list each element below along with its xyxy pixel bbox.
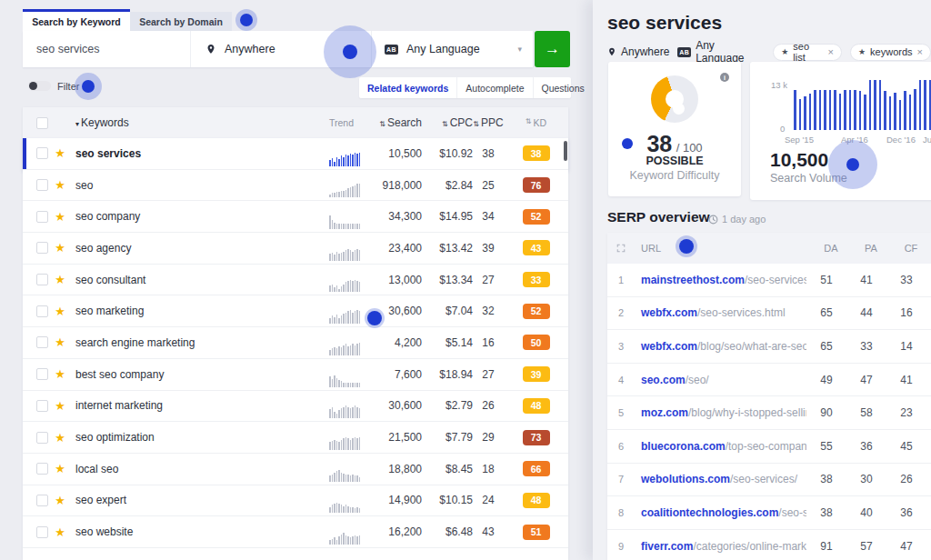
row-checkbox[interactable] <box>36 147 48 159</box>
keyword-cell[interactable]: seo company <box>72 210 326 223</box>
table-row[interactable]: ★seo918,000$2.842576 <box>23 170 568 202</box>
language-select[interactable]: AB Any Language ▾ <box>372 31 533 67</box>
search-volume-cell: 16,200 <box>372 525 422 538</box>
location-pin-icon <box>607 46 616 57</box>
favorite-star-icon[interactable]: ★ <box>48 241 72 255</box>
header-kd[interactable]: ⇅KD <box>504 117 568 128</box>
volume-bar <box>879 80 882 130</box>
serp-link[interactable]: webfx.com/blog/seo/what-are-seo-s... <box>635 340 806 353</box>
row-checkbox[interactable] <box>36 242 48 254</box>
caret-down-icon: ▾ <box>75 120 79 128</box>
sparkline-bar <box>336 441 338 450</box>
row-checkbox[interactable] <box>36 305 48 317</box>
keyword-cell[interactable]: seo agency <box>72 242 326 255</box>
mode-related-keywords[interactable]: Related keywords <box>359 77 456 98</box>
table-row[interactable]: ★seo optimization21,500$7.792973 <box>23 422 568 454</box>
row-checkbox[interactable] <box>36 526 48 538</box>
header-keywords[interactable]: ▾Keywords <box>72 116 326 129</box>
kd-badge: 52 <box>523 304 550 319</box>
table-row[interactable]: ★local seo18,800$8.451866 <box>23 454 568 485</box>
mode-questions[interactable]: Questions <box>533 77 593 98</box>
serp-link[interactable]: moz.com/blog/why-i-stopped-selling-... <box>635 406 806 419</box>
table-row[interactable]: ★seo website16,200$6.484351 <box>23 516 568 548</box>
tab-search-by-domain[interactable]: Search by Domain <box>130 12 232 31</box>
expand-icon[interactable] <box>607 244 635 253</box>
favorite-star-icon[interactable]: ★ <box>48 305 72 318</box>
row-checkbox[interactable] <box>36 179 48 191</box>
table-row[interactable]: ★seo marketing30,600$7.043252 <box>23 295 568 327</box>
row-checkbox[interactable] <box>36 432 48 444</box>
keyword-cell[interactable]: seo consultant <box>72 274 326 286</box>
tag-chip-seo-list[interactable]: ★ seo list × <box>773 44 842 61</box>
row-checkbox[interactable] <box>36 400 48 412</box>
table-row[interactable]: ★seo expert14,900$10.152448 <box>23 485 568 517</box>
table-row[interactable]: ★seo agency23,400$13.423943 <box>23 233 568 265</box>
row-checkbox[interactable] <box>36 211 48 223</box>
row-checkbox[interactable] <box>36 274 48 285</box>
ppc-cell: 34 <box>473 210 504 223</box>
keyword-cell[interactable]: seo optimization <box>72 431 326 444</box>
serp-link[interactable]: fiverr.com/categories/online-marketi... <box>635 540 806 553</box>
favorite-star-icon[interactable]: ★ <box>48 399 72 413</box>
scrollbar-thumb[interactable] <box>564 141 567 161</box>
keyword-input[interactable] <box>23 43 190 55</box>
serp-link[interactable]: bluecorona.com/top-seo-company/ <box>635 440 806 453</box>
kd-cell: 38 <box>504 145 568 161</box>
keyword-cell[interactable]: internet marketing <box>72 399 326 412</box>
header-search[interactable]: ⇅Search <box>372 116 422 129</box>
keyword-cell[interactable]: local seo <box>72 463 326 475</box>
filter-toggle[interactable] <box>28 81 51 91</box>
table-row[interactable]: ★best seo company7,600$18.942739 <box>23 359 568 391</box>
table-row[interactable]: ★seo company34,300$14.953452 <box>23 201 568 233</box>
header-ppc[interactable]: ⇅PPC <box>473 116 504 129</box>
close-icon[interactable]: × <box>917 46 923 57</box>
select-all-checkbox[interactable] <box>36 117 48 129</box>
keyword-table: ▾Keywords Trend ⇅Search ⇅CPC ⇅PPC ⇅KD ★s… <box>23 107 568 560</box>
tab-search-by-keyword[interactable]: Search by Keyword <box>23 9 130 31</box>
sparkline-bar <box>329 195 331 198</box>
favorite-star-icon[interactable]: ★ <box>48 494 72 507</box>
keyword-cell[interactable]: search engine marketing <box>72 336 326 349</box>
row-checkbox[interactable] <box>36 495 48 506</box>
row-checkbox[interactable] <box>36 336 48 348</box>
favorite-star-icon[interactable]: ★ <box>48 273 72 286</box>
kd-badge: 39 <box>523 366 550 382</box>
trend-cell <box>326 499 372 515</box>
serp-link[interactable]: webfx.com/seo-services.html <box>635 306 806 319</box>
serp-link[interactable]: coalitiontechnologies.com/seo-searc... <box>635 506 806 519</box>
pa-value: 58 <box>846 406 886 419</box>
favorite-star-icon[interactable]: ★ <box>48 146 72 160</box>
keyword-cell[interactable]: best seo company <box>72 368 326 381</box>
table-row[interactable]: ★seo services10,500$10.923838 <box>23 138 568 170</box>
table-row[interactable]: ★seo consultant13,000$13.342733 <box>23 265 568 296</box>
keyword-cell[interactable]: seo services <box>72 147 326 160</box>
favorite-star-icon[interactable]: ★ <box>48 335 72 349</box>
header-cpc[interactable]: ⇅CPC <box>422 116 473 129</box>
favorite-star-icon[interactable]: ★ <box>48 525 72 539</box>
row-checkbox[interactable] <box>36 368 48 380</box>
serp-link[interactable]: seo.com/seo/ <box>635 374 806 386</box>
sort-icon: ⇅ <box>473 120 479 128</box>
table-row[interactable]: ★search engine marketing4,200$5.141650 <box>23 327 568 359</box>
keyword-cell[interactable]: seo marketing <box>72 305 326 317</box>
sparkline-bar <box>347 188 349 197</box>
row-checkbox[interactable] <box>36 463 48 475</box>
tag-chip-keywords[interactable]: ★ keywords × <box>850 44 931 61</box>
keyword-cell[interactable]: seo <box>72 179 326 192</box>
favorite-star-icon[interactable]: ★ <box>48 178 72 192</box>
favorite-star-icon[interactable]: ★ <box>48 367 72 381</box>
serp-link[interactable]: mainstreethost.com/seo-services/ <box>635 274 806 286</box>
keyword-cell[interactable]: seo expert <box>72 494 326 506</box>
trend-sparkline <box>329 436 372 450</box>
favorite-star-icon[interactable]: ★ <box>48 462 72 475</box>
close-icon[interactable]: × <box>828 46 834 57</box>
keyword-cell[interactable]: seo website <box>72 525 326 538</box>
favorite-star-icon[interactable]: ★ <box>48 210 72 224</box>
search-submit-button[interactable]: → <box>535 31 570 67</box>
search-volume-cell: 18,800 <box>372 463 422 475</box>
info-icon[interactable]: i <box>720 73 729 82</box>
table-row[interactable]: ★internet marketing30,600$2.792648 <box>23 391 568 423</box>
favorite-star-icon[interactable]: ★ <box>48 431 72 445</box>
mode-autocomplete[interactable]: Autocomplete <box>456 77 532 98</box>
serp-link[interactable]: webolutions.com/seo-services/ <box>635 473 806 485</box>
